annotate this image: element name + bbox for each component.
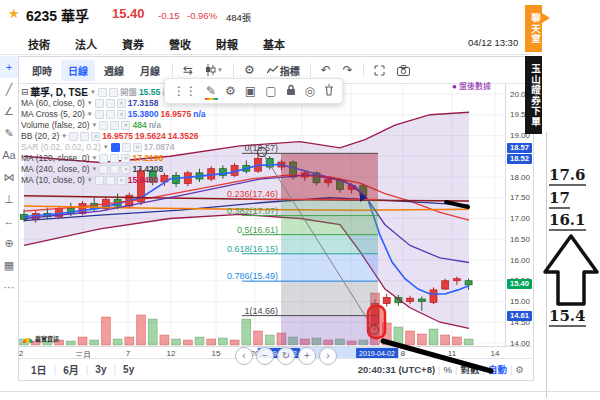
y-tick-label: 18.00 bbox=[510, 173, 530, 182]
settings-mini-icon[interactable] bbox=[110, 154, 119, 163]
legend-symbol: 華孚, D, TSE bbox=[30, 87, 88, 98]
scroll-right-button[interactable]: › bbox=[319, 347, 337, 365]
send-backward-icon[interactable]: ▢ bbox=[265, 85, 276, 97]
eye-icon[interactable] bbox=[98, 88, 107, 97]
last-price: 15.40 bbox=[112, 6, 145, 21]
date-badge: 2019-04-02 bbox=[356, 348, 398, 359]
auto-scale-button[interactable]: 自動 bbox=[488, 362, 507, 376]
legend-row-2: MA Cross (5, 20)▼✕15.380016.9575n/a bbox=[21, 109, 205, 120]
delete-mini-icon[interactable]: ✕ bbox=[117, 110, 126, 119]
delete-mini-icon[interactable]: ✕ bbox=[121, 165, 130, 174]
delete-mini-icon[interactable]: ✕ bbox=[133, 143, 142, 152]
reset-view-button[interactable]: ↻ bbox=[277, 347, 295, 365]
settings-mini-icon[interactable] bbox=[106, 110, 115, 119]
redo-icon[interactable]: ↷ bbox=[338, 61, 358, 79]
legend-row-7: MA (240, close, 0)▼✕17.4208 bbox=[21, 164, 205, 175]
settings-mini-icon[interactable] bbox=[109, 88, 118, 97]
fullscreen-icon[interactable] bbox=[369, 63, 390, 78]
tool-zoom-in-icon[interactable]: ⊕ bbox=[0, 232, 18, 254]
settings-mini-icon[interactable] bbox=[106, 99, 115, 108]
timeframe-button-2[interactable]: 日線 bbox=[61, 60, 95, 81]
bottom-rule bbox=[0, 391, 600, 392]
compare-icon[interactable]: ⇆ bbox=[178, 61, 198, 79]
zoom-in-button[interactable]: + bbox=[298, 347, 316, 365]
nav-tab-3[interactable]: 資券 bbox=[122, 36, 144, 56]
timeframe-button-4[interactable]: 月線 bbox=[133, 60, 167, 81]
sidetab-chatroom[interactable]: 聊天室 bbox=[525, 5, 542, 52]
tool-long-position-icon[interactable]: ⊥ bbox=[0, 188, 18, 210]
drag-handle-icon[interactable]: ⋮⋮ bbox=[173, 85, 197, 97]
percent-scale-button[interactable]: % bbox=[444, 364, 452, 375]
eye-icon[interactable] bbox=[99, 121, 108, 130]
timeframe-button-3[interactable]: 週線 bbox=[97, 60, 131, 81]
delete-mini-icon[interactable]: ✕ bbox=[117, 99, 126, 108]
settings-mini-icon[interactable] bbox=[110, 121, 119, 130]
settings-gear-icon[interactable]: ⚙ bbox=[225, 85, 236, 97]
sidetab-order-entry[interactable]: 玉山證券下單 bbox=[525, 56, 542, 134]
visibility-icon[interactable]: ◎ bbox=[305, 85, 315, 97]
snapshot-camera-icon[interactable] bbox=[392, 63, 415, 78]
tool-brush-icon[interactable]: ✎ bbox=[0, 122, 18, 144]
y-tick-label: 17.00 bbox=[510, 214, 530, 223]
stock-title: 6235 華孚 bbox=[26, 5, 89, 25]
lock-icon[interactable] bbox=[286, 84, 296, 98]
scroll-left-button[interactable]: ‹ bbox=[235, 347, 253, 365]
delete-mini-icon[interactable]: ✕ bbox=[91, 132, 100, 141]
settings-mini-icon[interactable] bbox=[110, 165, 119, 174]
nav-tab-6[interactable]: 基本 bbox=[263, 36, 285, 56]
bring-forward-icon[interactable]: ▣ bbox=[245, 85, 256, 97]
legend-row-5: SAR (0.02, 0.02, 0.2)▼✕17.0874 bbox=[21, 142, 205, 153]
tool-crosshair-icon[interactable]: + bbox=[0, 56, 18, 78]
tool-channel-icon[interactable]: ∠ bbox=[0, 100, 18, 122]
range-button-3[interactable]: 3y bbox=[91, 364, 110, 375]
tool-back-icon[interactable]: ← bbox=[0, 210, 18, 232]
zoom-out-button[interactable]: − bbox=[256, 347, 274, 365]
nav-tab-2[interactable]: 法人 bbox=[75, 36, 97, 56]
chevron-down-icon[interactable]: ▼ bbox=[90, 87, 96, 98]
settings-mini-icon[interactable] bbox=[80, 132, 89, 141]
nav-tab-4[interactable]: 營收 bbox=[169, 36, 191, 56]
settings-mini-icon[interactable] bbox=[122, 143, 131, 152]
axis-settings-gear-icon[interactable]: ⚙ bbox=[515, 364, 524, 375]
range-button-4[interactable]: 5y bbox=[119, 364, 138, 375]
price-badge: 15.40 bbox=[507, 279, 532, 289]
eye-icon[interactable] bbox=[69, 132, 78, 141]
legend-row-3: Volume (false, 20)▼✕484n/a bbox=[21, 120, 205, 131]
delete-mini-icon[interactable]: ✕ bbox=[121, 121, 130, 130]
eye-icon[interactable] bbox=[111, 143, 120, 152]
after-hours-label: ● 盤後數據 bbox=[452, 80, 491, 91]
nav-tab-5[interactable]: 財報 bbox=[216, 36, 238, 56]
collapse-icon[interactable]: ⊟ bbox=[21, 87, 28, 98]
delete-mini-icon[interactable]: ✕ bbox=[117, 176, 126, 185]
delete-icon[interactable] bbox=[324, 84, 334, 98]
settings-mini-icon[interactable] bbox=[106, 176, 115, 185]
color-pencil-icon[interactable]: ✎ bbox=[206, 85, 216, 97]
eye-icon[interactable] bbox=[99, 154, 108, 163]
tool-text-icon[interactable]: Aa bbox=[0, 144, 18, 166]
quote-datetime: 04/12 13:30 bbox=[468, 37, 518, 48]
tool-trend-line-icon[interactable]: ╱ bbox=[0, 78, 18, 100]
range-button-2[interactable]: 6月 bbox=[59, 362, 83, 377]
eye-icon[interactable] bbox=[99, 165, 108, 174]
eye-icon[interactable] bbox=[95, 110, 104, 119]
tool-more-icon[interactable]: ⋯ bbox=[0, 276, 18, 298]
candle-style-icon[interactable]: ▼ bbox=[200, 62, 228, 78]
indicators-button[interactable]: 指標 bbox=[262, 61, 305, 80]
log-scale-button[interactable]: 對數 bbox=[461, 362, 480, 376]
tool-xabcd-pattern-icon[interactable]: ⋈ bbox=[0, 166, 18, 188]
svg-text:0(18.57): 0(18.57) bbox=[244, 143, 278, 153]
favorite-star-icon[interactable]: ★ bbox=[8, 6, 20, 21]
eye-icon[interactable] bbox=[95, 99, 104, 108]
drawing-toolbar: +╱∠✎Aa⋈⊥←⊕▦⋯ bbox=[0, 56, 19, 379]
undo-icon[interactable]: ↶ bbox=[316, 61, 336, 79]
clock-time: 20:40:31 (UTC+8) bbox=[358, 364, 435, 375]
settings-gear-icon[interactable]: ⚙ bbox=[239, 61, 260, 79]
nav-tab-1[interactable]: 技術 bbox=[28, 36, 50, 58]
range-button-1[interactable]: 1日 bbox=[27, 362, 51, 377]
eye-icon[interactable] bbox=[95, 176, 104, 185]
delete-mini-icon[interactable]: ✕ bbox=[121, 154, 130, 163]
tool-measure-icon[interactable]: ▦ bbox=[0, 254, 18, 276]
svg-text:0.786(15.49): 0.786(15.49) bbox=[227, 271, 278, 281]
legend-row-4: BB (20, 2)▼✕16.957519.562414.3526 bbox=[21, 131, 205, 142]
timeframe-button-1[interactable]: 即時 bbox=[25, 60, 59, 81]
